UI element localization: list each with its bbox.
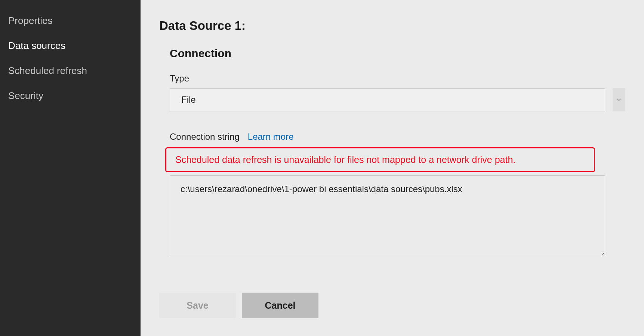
- error-message: Scheduled data refresh is unavailable fo…: [165, 147, 595, 172]
- type-label: Type: [170, 73, 625, 84]
- type-select-wrap: File: [170, 88, 625, 111]
- save-button[interactable]: Save: [159, 293, 236, 318]
- connection-string-label: Connection string: [170, 132, 240, 142]
- section-title-connection: Connection: [170, 47, 625, 60]
- sidebar-item-scheduled-refresh[interactable]: Scheduled refresh: [0, 58, 141, 83]
- learn-more-link[interactable]: Learn more: [248, 132, 294, 142]
- field-type: Type File: [170, 73, 625, 111]
- sidebar-item-security[interactable]: Security: [0, 83, 141, 108]
- main-content: Data Source 1: Connection Type File Conn…: [141, 0, 644, 336]
- type-select[interactable]: File: [170, 88, 605, 111]
- sidebar-item-data-sources[interactable]: Data sources: [0, 33, 141, 58]
- page-title: Data Source 1:: [159, 19, 625, 33]
- connection-string-input[interactable]: [170, 175, 605, 256]
- sidebar-item-properties[interactable]: Properties: [0, 8, 141, 33]
- field-connection-string: Connection string Learn more Scheduled d…: [170, 132, 625, 258]
- cancel-button[interactable]: Cancel: [242, 293, 318, 318]
- sidebar: Properties Data sources Scheduled refres…: [0, 0, 141, 336]
- chevron-down-icon: [613, 88, 625, 111]
- button-row: Save Cancel: [159, 293, 625, 318]
